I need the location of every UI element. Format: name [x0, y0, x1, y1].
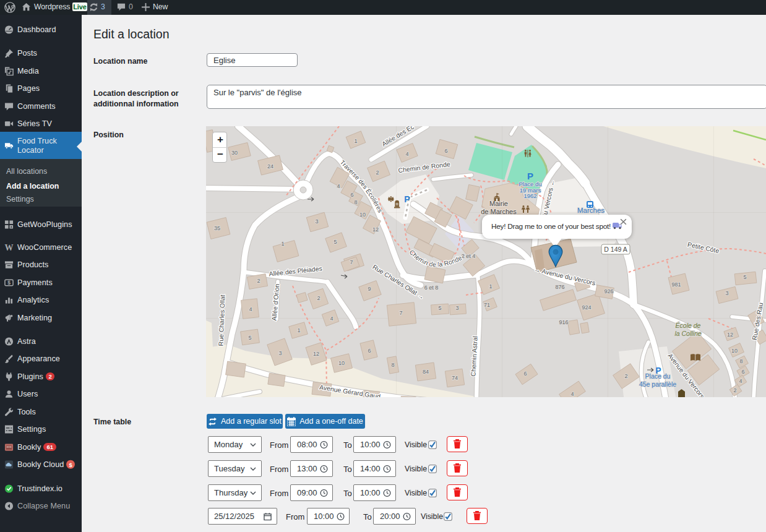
svg-text:10: 10 — [338, 360, 345, 366]
svg-text:8: 8 — [354, 199, 357, 205]
svg-text:3: 3 — [455, 305, 458, 311]
svg-text:71: 71 — [484, 302, 490, 308]
svg-text:5: 5 — [334, 239, 337, 245]
svg-text:6: 6 — [444, 148, 447, 154]
svg-text:École de: École de — [676, 322, 701, 329]
svg-text:3: 3 — [315, 218, 318, 225]
svg-text:7: 7 — [399, 310, 402, 316]
svg-text:4: 4 — [330, 315, 333, 322]
svg-text:1: 1 — [297, 327, 300, 333]
svg-text:6: 6 — [368, 348, 371, 354]
svg-text:12: 12 — [372, 226, 379, 233]
svg-text:W: W — [4, 242, 13, 252]
svg-text:P: P — [404, 194, 410, 204]
svg-text:12: 12 — [313, 351, 319, 357]
svg-text:4: 4 — [405, 151, 408, 157]
svg-text:2: 2 — [624, 373, 627, 379]
svg-text:3: 3 — [278, 350, 282, 356]
svg-text:2: 2 — [376, 169, 379, 176]
svg-text:45e parallèle: 45e parallèle — [639, 380, 676, 388]
svg-text:35: 35 — [214, 225, 220, 231]
svg-text:D 149 A: D 149 A — [604, 246, 627, 253]
svg-text:876: 876 — [555, 284, 564, 290]
svg-text:924: 924 — [582, 304, 591, 311]
svg-text:6: 6 — [741, 369, 744, 375]
svg-text:8: 8 — [391, 362, 394, 368]
svg-text:6: 6 — [523, 371, 527, 377]
svg-text:10: 10 — [731, 348, 738, 354]
svg-text:916: 916 — [559, 319, 568, 325]
svg-text:9: 9 — [368, 286, 371, 292]
svg-text:P: P — [527, 171, 533, 181]
svg-text:1: 1 — [354, 138, 357, 144]
svg-text:4: 4 — [337, 183, 340, 189]
svg-text:12: 12 — [727, 332, 733, 338]
svg-text:4: 4 — [249, 306, 252, 312]
svg-text:5: 5 — [438, 305, 441, 311]
svg-text:1: 1 — [489, 283, 492, 290]
svg-text:2: 2 — [257, 278, 260, 284]
svg-text:2 et 4: 2 et 4 — [462, 253, 476, 259]
svg-text:926: 926 — [604, 288, 613, 294]
svg-text:1: 1 — [281, 241, 284, 247]
svg-text:1962: 1962 — [523, 192, 536, 199]
svg-text:P: P — [655, 366, 661, 375]
svg-text:2: 2 — [317, 295, 320, 301]
svg-text:84: 84 — [423, 369, 429, 375]
svg-text:$: $ — [7, 280, 11, 286]
svg-text:2: 2 — [733, 387, 736, 393]
svg-text:4: 4 — [570, 391, 574, 397]
svg-text:8: 8 — [739, 358, 742, 364]
svg-text:5: 5 — [248, 335, 251, 341]
svg-text:3: 3 — [725, 290, 728, 296]
svg-text:6: 6 — [350, 192, 353, 198]
svg-text:10: 10 — [359, 212, 366, 218]
svg-text:7: 7 — [350, 259, 353, 265]
svg-text:981: 981 — [671, 281, 681, 288]
svg-text:6 et 8: 6 et 8 — [424, 285, 439, 291]
svg-text:5: 5 — [743, 274, 746, 280]
svg-text:4: 4 — [739, 378, 742, 384]
svg-text:30: 30 — [231, 150, 238, 156]
svg-text:24: 24 — [267, 163, 273, 169]
svg-text:74: 74 — [452, 375, 458, 381]
svg-text:la Colline: la Colline — [674, 330, 701, 337]
